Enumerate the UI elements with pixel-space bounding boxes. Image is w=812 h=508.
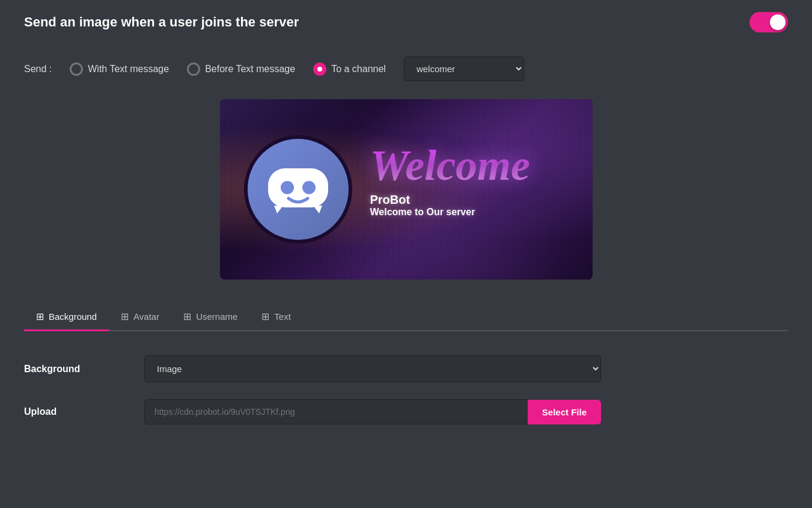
toggle-track — [749, 12, 788, 32]
avatar-tab-icon: ⊞ — [121, 311, 129, 322]
background-type-label: Background — [24, 364, 144, 375]
tab-background[interactable]: ⊞ Background — [24, 304, 109, 331]
tab-content-background: Background Image Color Gradient Upload S… — [24, 349, 788, 447]
toggle-thumb — [770, 14, 786, 30]
radio-to-channel-circle — [313, 63, 326, 76]
radio-to-channel[interactable]: To a channel — [313, 63, 386, 76]
send-label: Send : — [24, 64, 52, 75]
background-type-select[interactable]: Image Color Gradient — [144, 355, 601, 382]
welcome-card: Welcome ProBot Welcome to Our server — [220, 99, 593, 280]
tab-username-label: Username — [196, 311, 237, 322]
radio-with-text-label: With Text message — [88, 64, 169, 75]
tab-text[interactable]: ⊞ Text — [249, 304, 303, 331]
channel-select[interactable]: welcomer general arrivals — [404, 57, 524, 81]
radio-to-channel-label: To a channel — [331, 64, 386, 75]
page-container: Send an image when a user joins the serv… — [0, 0, 812, 459]
preview-area: Welcome ProBot Welcome to Our server — [24, 99, 788, 280]
welcome-content: Welcome ProBot Welcome to Our server — [220, 99, 593, 280]
upload-row: Upload Select File — [24, 399, 788, 424]
upload-control: Select File — [144, 399, 788, 424]
welcome-subtitle: Welcome to Our server — [370, 207, 475, 218]
text-tab-icon: ⊞ — [261, 311, 269, 322]
page-title: Send an image when a user joins the serv… — [24, 14, 299, 30]
background-type-control: Image Color Gradient — [144, 355, 788, 382]
username-tab-icon: ⊞ — [183, 311, 191, 322]
svg-point-1 — [281, 181, 294, 194]
tabs-container: ⊞ Background ⊞ Avatar ⊞ Username ⊞ Text — [24, 304, 788, 331]
tab-avatar-label: Avatar — [133, 311, 159, 322]
welcome-username: ProBot — [370, 193, 411, 207]
background-type-row: Background Image Color Gradient — [24, 355, 788, 382]
svg-point-2 — [302, 181, 316, 194]
upload-input-row: Select File — [144, 399, 601, 424]
background-tab-icon: ⊞ — [36, 311, 44, 322]
header-row: Send an image when a user joins the serv… — [24, 12, 788, 38]
discord-logo-svg — [262, 162, 334, 216]
upload-url-input[interactable] — [144, 399, 528, 424]
tab-background-label: Background — [49, 311, 97, 322]
tab-username[interactable]: ⊞ Username — [171, 304, 249, 331]
avatar-circle — [244, 135, 352, 243]
radio-before-text[interactable]: Before Text message — [187, 63, 295, 76]
select-file-button[interactable]: Select File — [528, 400, 601, 424]
radio-with-text[interactable]: With Text message — [70, 63, 169, 76]
tab-avatar[interactable]: ⊞ Avatar — [109, 304, 171, 331]
upload-label: Upload — [24, 406, 144, 417]
welcome-text-area: Welcome ProBot Welcome to Our server — [370, 144, 569, 236]
radio-before-text-circle — [187, 63, 200, 76]
welcome-neon-text: Welcome — [370, 144, 531, 187]
enable-toggle[interactable] — [749, 12, 788, 32]
radio-before-text-label: Before Text message — [205, 64, 295, 75]
radio-with-text-circle — [70, 63, 83, 76]
tab-text-label: Text — [274, 311, 291, 322]
send-row: Send : With Text message Before Text mes… — [24, 57, 788, 81]
